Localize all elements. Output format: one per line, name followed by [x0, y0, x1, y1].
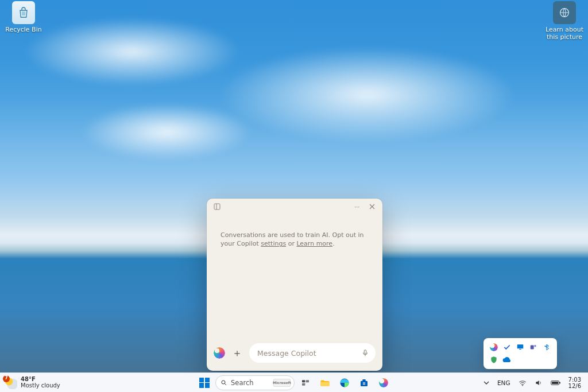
svg-rect-21 [552, 381, 558, 383]
copilot-notice: Conversations are used to train AI. Opt … [207, 215, 382, 337]
search-microsoft-chip: Microsoft [273, 379, 291, 387]
file-explorer-button[interactable] [316, 374, 334, 391]
svg-rect-4 [519, 349, 521, 350]
copilot-learn-more-link[interactable]: Learn more [296, 240, 332, 247]
windows-spotlight[interactable]: Learn about this picture [544, 1, 585, 41]
svg-rect-15 [363, 382, 364, 383]
copilot-titlebar[interactable]: ⋯ [207, 199, 382, 215]
tray-security-icon[interactable] [488, 354, 500, 366]
svg-rect-2 [364, 350, 366, 354]
recycle-bin[interactable]: Recycle Bin [3, 1, 44, 33]
svg-rect-3 [517, 344, 524, 348]
svg-rect-11 [321, 382, 330, 386]
weather-icon: 7 [5, 377, 17, 389]
chevron-down-icon [483, 380, 489, 386]
clock-time: 7:03 [568, 377, 581, 383]
svg-rect-1 [214, 204, 220, 209]
battery-icon[interactable] [548, 379, 564, 387]
windows-logo-icon [199, 378, 210, 388]
tray-todo-icon[interactable] [501, 341, 513, 353]
tray-copilot-icon[interactable] [488, 341, 500, 353]
svg-rect-22 [559, 382, 560, 383]
tray-onedrive-icon[interactable] [501, 354, 513, 366]
wifi-icon[interactable] [516, 378, 529, 387]
copilot-logo-icon [214, 347, 225, 359]
expand-icon[interactable] [211, 201, 223, 212]
svg-rect-8 [302, 380, 305, 382]
weather-widget[interactable]: 7 48°F Mostly cloudy [5, 377, 60, 389]
close-icon[interactable] [366, 201, 378, 212]
tray-bluetooth-icon[interactable] [540, 341, 552, 353]
recycle-bin-icon [12, 1, 35, 24]
desktop-icon-label: Learn about this picture [546, 26, 583, 41]
taskbar: 7 48°F Mostly cloudy Search Microsoft [0, 372, 588, 392]
volume-icon[interactable] [532, 378, 546, 387]
svg-rect-18 [364, 383, 365, 385]
system-clock[interactable]: 7:03 12/6 [566, 375, 583, 390]
language-indicator[interactable]: ENG [494, 378, 513, 387]
edge-button[interactable] [336, 374, 353, 391]
task-view-button[interactable] [297, 374, 314, 391]
desktop-icon-label: Recycle Bin [5, 26, 41, 33]
svg-rect-5 [531, 346, 534, 350]
svg-rect-17 [363, 383, 364, 385]
svg-rect-16 [364, 382, 365, 383]
clock-date: 12/6 [568, 383, 581, 389]
svg-rect-13 [361, 381, 368, 386]
weather-desc: Mostly cloudy [21, 383, 60, 389]
svg-point-19 [522, 385, 523, 386]
microphone-icon[interactable] [358, 346, 372, 360]
copilot-settings-link[interactable]: settings [261, 240, 286, 247]
tray-teams-icon[interactable] [527, 341, 539, 353]
tray-overflow-flyout [483, 338, 557, 369]
search-icon [220, 379, 227, 386]
tray-remote-desktop-icon[interactable] [514, 341, 527, 353]
taskbar-search[interactable]: Search Microsoft [215, 375, 295, 390]
svg-point-7 [222, 381, 225, 384]
copilot-message-input[interactable]: Message Copilot [249, 343, 376, 363]
copilot-taskbar-button[interactable] [375, 374, 392, 391]
start-button[interactable] [196, 374, 213, 391]
tray-overflow-button[interactable] [481, 379, 492, 387]
weather-temp: 48°F [21, 377, 60, 383]
weather-alert-badge: 7 [3, 375, 10, 382]
add-button[interactable]: ＋ [231, 347, 243, 359]
svg-rect-9 [306, 380, 309, 382]
copilot-placeholder: Message Copilot [257, 349, 316, 358]
microsoft-store-button[interactable] [355, 374, 373, 391]
search-placeholder: Search [231, 379, 270, 387]
copilot-window: ⋯ Conversations are used to train AI. Op… [207, 199, 382, 371]
svg-point-6 [534, 345, 536, 347]
svg-rect-14 [362, 379, 365, 381]
svg-rect-10 [302, 383, 305, 385]
spotlight-icon [553, 1, 576, 24]
more-icon[interactable]: ⋯ [351, 201, 363, 212]
